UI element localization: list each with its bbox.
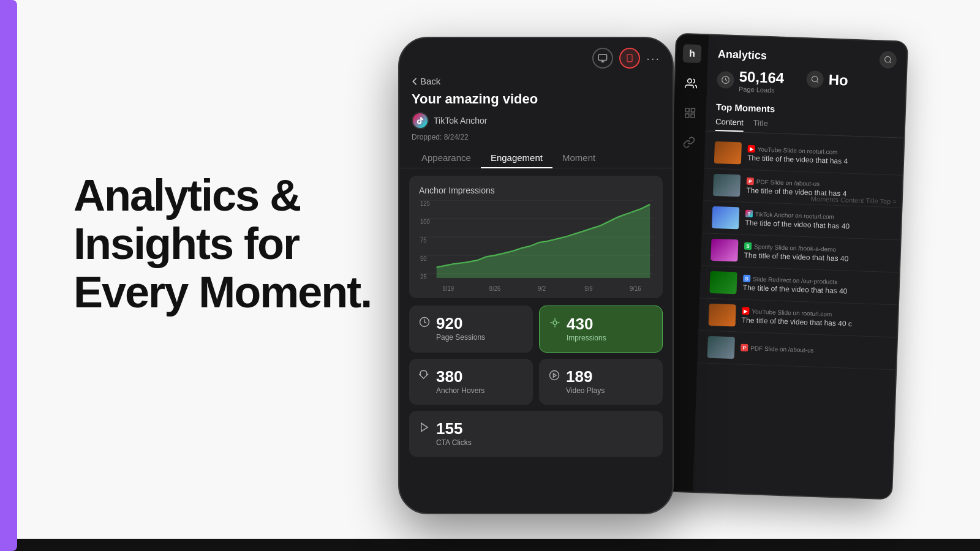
- anchor-hovers-label: Anchor Hovers: [436, 386, 484, 395]
- svg-text:25: 25: [420, 272, 427, 280]
- hero-line1: Analytics &: [74, 171, 300, 220]
- tablet-stat-pageloads: 50,164 Page Loads: [717, 67, 807, 95]
- svg-point-21: [553, 321, 557, 324]
- moment-info: ▶ YouTube Slide on rooturl.com The title…: [742, 307, 888, 329]
- anchor-row: TikTok Anchor: [399, 110, 673, 132]
- tiktok-avatar: [412, 112, 429, 129]
- video-title-section: Your amazing video: [399, 91, 673, 110]
- phone-icon-monitor[interactable]: [592, 48, 613, 69]
- search-icon[interactable]: [879, 51, 897, 69]
- svg-line-37: [816, 81, 818, 83]
- svg-text:9/2: 9/2: [538, 284, 546, 292]
- yt-badge: ▶: [742, 307, 749, 315]
- pdf-badge: P: [741, 344, 748, 351]
- chart-title: Anchor Impressions: [419, 186, 653, 195]
- bottom-bar: [0, 539, 980, 551]
- svg-text:8/26: 8/26: [489, 284, 501, 292]
- tablet-logo: h: [683, 44, 702, 63]
- phone-icon-mobile[interactable]: [619, 48, 640, 69]
- nav-icon-link[interactable]: [680, 133, 698, 151]
- svg-rect-32: [691, 114, 695, 118]
- phone-more-icon[interactable]: ···: [646, 51, 660, 66]
- dropped-date: Dropped: 8/24/22: [399, 132, 673, 148]
- anchor-impressions-chart: Anchor Impressions 125 100 75 50 25: [409, 176, 663, 298]
- svg-text:8/19: 8/19: [442, 284, 454, 292]
- svg-rect-30: [691, 108, 695, 112]
- page-sessions-label: Page Sessions: [436, 333, 485, 342]
- nav-icon-users[interactable]: [682, 75, 700, 92]
- tab-title[interactable]: Title: [753, 118, 768, 133]
- cta-clicks-label: CTA Clicks: [436, 438, 472, 447]
- svg-rect-29: [685, 108, 689, 112]
- moment-thumbnail: [709, 271, 737, 294]
- moments-list: ▶ YouTube Slide on rooturl.com The title…: [697, 136, 903, 370]
- stat-cta-clicks: 155 CTA Clicks: [409, 411, 663, 457]
- hero-line3: Every Moment.: [74, 268, 371, 317]
- svg-rect-0: [599, 54, 607, 60]
- nav-icon-grid[interactable]: [681, 104, 699, 122]
- hero-section: Analytics & Insights for Every Moment.: [74, 171, 371, 317]
- svg-line-34: [889, 62, 891, 64]
- chart-area: 125 100 75 50 25 8/19 8/26 9/2 9/9 9/16: [419, 200, 653, 292]
- svg-point-28: [688, 79, 692, 83]
- svg-text:75: 75: [420, 236, 427, 244]
- video-plays-number: 189: [566, 369, 605, 384]
- svg-text:9/16: 9/16: [630, 284, 641, 292]
- impressions-label: Impressions: [567, 334, 606, 342]
- tablet-analytics-title: Analytics: [718, 48, 767, 62]
- tab-engagement[interactable]: Engagement: [481, 148, 552, 168]
- moment-thumbnail: [712, 206, 739, 230]
- moment-thumbnail: [714, 141, 742, 165]
- moment-source: P PDF Slide on /about-us: [741, 344, 886, 356]
- svg-text:9/9: 9/9: [584, 284, 592, 292]
- moment-thumbnail: [709, 304, 736, 327]
- stat-anchor-hovers-values: 380 Anchor Hovers: [436, 369, 484, 395]
- svg-text:125: 125: [420, 200, 430, 207]
- cta-clicks-values: 155 CTA Clicks: [436, 421, 472, 447]
- tab-moment[interactable]: Moment: [552, 148, 605, 168]
- moment-info: S Spotify Slide on /book-a-demo The titl…: [744, 242, 890, 264]
- anchor-name: TikTok Anchor: [434, 116, 487, 126]
- anchor-hovers-icon: [419, 370, 430, 384]
- stat-impressions: 430 Impressions: [539, 305, 663, 353]
- svg-rect-3: [627, 54, 632, 62]
- svg-rect-31: [685, 114, 689, 118]
- svg-marker-27: [554, 373, 557, 377]
- stat-page-sessions: 920 Page Sessions: [409, 305, 533, 353]
- svg-point-26: [550, 371, 559, 380]
- moment-thumbnail: [713, 174, 741, 197]
- stat-video-plays: 189 Video Plays: [539, 359, 663, 405]
- chart-svg: 125 100 75 50 25 8/19 8/26 9/2 9/9 9/16: [419, 200, 653, 292]
- page-sessions-number: 920: [436, 315, 485, 331]
- video-title: Your amazing video: [412, 91, 660, 107]
- moment-info: ▶ YouTube Slide on rooturl.com The title…: [747, 145, 894, 167]
- cta-clicks-icon: [419, 422, 430, 436]
- svg-text:50: 50: [420, 254, 427, 262]
- phone-body: ··· Back Your amazing video TikTok Ancho…: [398, 37, 674, 514]
- tab-content[interactable]: Content: [715, 117, 744, 132]
- back-label: Back: [420, 76, 440, 86]
- accent-bar: [0, 0, 17, 551]
- page-sessions-icon: [419, 317, 430, 331]
- video-plays-icon: [549, 370, 560, 384]
- spotify-badge: S: [744, 242, 752, 250]
- tablet-stat-hovers: Ho: [806, 70, 896, 98]
- moment-info: T TikTok Anchor on rooturl.com The title…: [745, 210, 891, 232]
- stat-video-plays-values: 189 Video Plays: [566, 369, 605, 395]
- video-plays-label: Video Plays: [566, 386, 605, 395]
- stat-impressions-values: 430 Impressions: [567, 316, 606, 342]
- tab-appearance[interactable]: Appearance: [412, 148, 481, 168]
- tablet-body: h Analytics: [660, 33, 908, 500]
- moment-info: S Slide Redirect on /our-products The ti…: [743, 275, 889, 297]
- tablet-main-content: Analytics: [693, 35, 907, 498]
- list-item: P PDF Slide on /about-us: [697, 331, 897, 370]
- yt-badge: ▶: [747, 145, 755, 152]
- cta-clicks-number: 155: [436, 421, 472, 437]
- stats-grid: 920 Page Sessions 430 Impressions: [409, 305, 663, 405]
- back-nav[interactable]: Back: [399, 73, 673, 91]
- phone-tabs: Appearance Engagement Moment: [399, 148, 673, 168]
- hero-title: Analytics & Insights for Every Moment.: [74, 171, 371, 317]
- anchor-hovers-number: 380: [436, 369, 484, 384]
- moment-thumbnail: [707, 336, 735, 359]
- hero-line2: Insights for: [74, 219, 299, 268]
